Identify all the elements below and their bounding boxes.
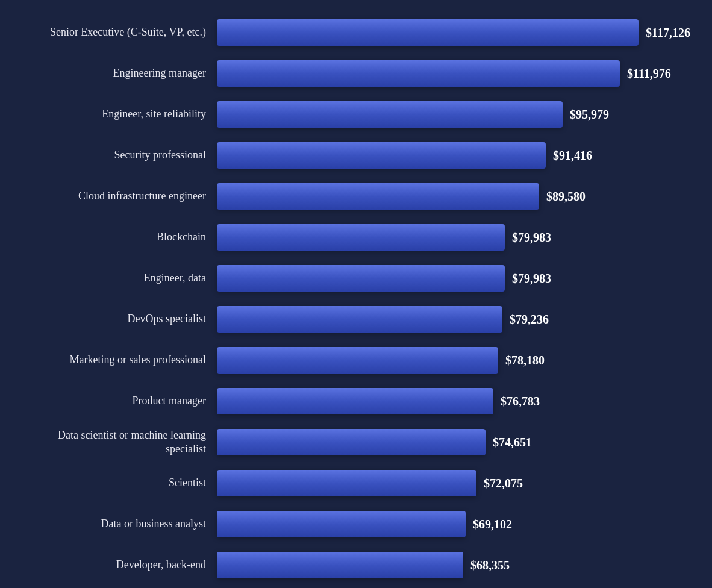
bar-fill xyxy=(217,142,546,169)
bar-wrapper: $95,979 xyxy=(217,101,694,128)
bar-value: $91,416 xyxy=(553,149,592,163)
bar-value: $74,651 xyxy=(493,436,532,449)
bar-wrapper: $79,983 xyxy=(217,224,694,251)
bar-fill xyxy=(217,183,539,210)
bar-row: Blockchain$79,983 xyxy=(18,217,694,258)
bar-row: Engineer, site reliability$95,979 xyxy=(18,94,694,135)
bar-wrapper: $79,236 xyxy=(217,306,694,333)
bar-value: $89,580 xyxy=(546,190,586,204)
bar-wrapper: $74,651 xyxy=(217,429,694,455)
bar-label: Security professional xyxy=(18,148,217,162)
bar-row: Security professional$91,416 xyxy=(18,135,694,176)
bar-fill xyxy=(217,470,476,496)
bar-label: Cloud infrastructure engineer xyxy=(18,189,217,203)
bar-value: $79,983 xyxy=(512,231,551,245)
bar-row: Senior Executive (C-Suite, VP, etc.)$117… xyxy=(18,12,694,53)
bar-label: Product manager xyxy=(18,394,217,408)
bar-label: Scientist xyxy=(18,476,217,490)
bar-fill xyxy=(217,19,639,46)
bar-fill xyxy=(217,60,620,87)
bar-label: Data scientist or machine learning speci… xyxy=(18,428,217,457)
bar-row: Data scientist or machine learning speci… xyxy=(18,422,694,463)
bar-wrapper: $117,126 xyxy=(217,19,694,46)
bar-value: $78,180 xyxy=(505,354,545,367)
bar-label: Developer, back-end xyxy=(18,558,217,572)
bar-wrapper: $111,976 xyxy=(217,60,694,87)
bar-label: DevOps specialist xyxy=(18,312,217,326)
bar-row: DevOps specialist$79,236 xyxy=(18,299,694,340)
bar-label: Blockchain xyxy=(18,230,217,244)
bar-value: $79,236 xyxy=(510,313,549,327)
bar-value: $72,075 xyxy=(484,477,523,490)
bar-label: Engineer, data xyxy=(18,271,217,285)
bar-wrapper: $68,355 xyxy=(217,552,694,578)
bar-wrapper: $91,416 xyxy=(217,142,694,169)
bar-wrapper: $72,075 xyxy=(217,470,694,496)
bar-row: Developer, back-end$68,355 xyxy=(18,545,694,586)
bar-fill xyxy=(217,265,505,292)
bar-fill xyxy=(217,429,486,455)
bar-row: Marketing or sales professional$78,180 xyxy=(18,340,694,381)
bar-fill xyxy=(217,511,466,537)
bar-label: Engineer, site reliability xyxy=(18,107,217,121)
bar-fill xyxy=(217,388,493,414)
bar-label: Engineering manager xyxy=(18,66,217,80)
bar-row: Product manager$76,783 xyxy=(18,381,694,422)
bar-value: $79,983 xyxy=(512,272,551,286)
bar-fill xyxy=(217,101,563,128)
bar-row: Engineering manager$111,976 xyxy=(18,53,694,94)
bar-row: Cloud infrastructure engineer$89,580 xyxy=(18,176,694,217)
bar-fill xyxy=(217,306,502,333)
bar-label: Data or business analyst xyxy=(18,517,217,531)
bar-value: $111,976 xyxy=(627,67,671,81)
bar-wrapper: $69,102 xyxy=(217,511,694,537)
bar-wrapper: $79,983 xyxy=(217,265,694,292)
bar-value: $95,979 xyxy=(570,108,609,122)
bar-wrapper: $89,580 xyxy=(217,183,694,210)
bar-fill xyxy=(217,347,498,374)
bar-fill xyxy=(217,224,505,251)
bar-value: $69,102 xyxy=(473,518,512,531)
bar-value: $68,355 xyxy=(470,558,510,572)
bar-row: Engineer, data$79,983 xyxy=(18,258,694,299)
bar-fill xyxy=(217,552,463,578)
bar-wrapper: $76,783 xyxy=(217,388,694,414)
bar-row: Data or business analyst$69,102 xyxy=(18,504,694,545)
bar-value: $76,783 xyxy=(501,395,540,408)
bar-value: $117,126 xyxy=(646,26,690,40)
bar-row: Scientist$72,075 xyxy=(18,463,694,504)
bar-label: Marketing or sales professional xyxy=(18,353,217,367)
bar-wrapper: $78,180 xyxy=(217,347,694,374)
bar-label: Senior Executive (C-Suite, VP, etc.) xyxy=(18,25,217,39)
bar-chart: Senior Executive (C-Suite, VP, etc.)$117… xyxy=(18,12,694,586)
